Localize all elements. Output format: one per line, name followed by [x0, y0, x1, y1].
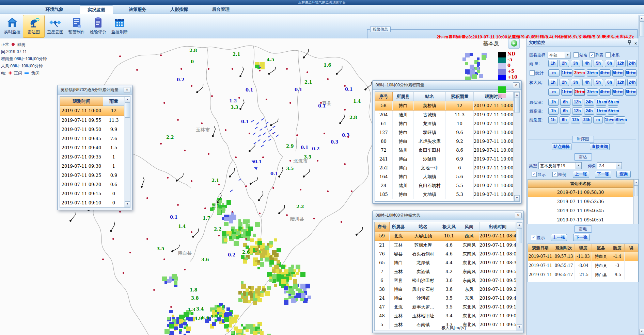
button-6h+m[interactable]: 6h+m — [616, 116, 625, 123]
column-header[interactable]: 极大风 — [439, 222, 459, 231]
button-1h+m[interactable]: 1h+m — [604, 116, 614, 123]
table-row[interactable]: 47北流新丰大罗...3.5东北风2019-07-11 09:12 — [375, 303, 522, 312]
button-6h+m[interactable]: 6h+m — [608, 99, 618, 106]
column-header[interactable]: 风向 — [459, 222, 480, 231]
column-header[interactable]: 陡度 — [610, 244, 625, 252]
checkbox-水系[interactable] — [606, 52, 611, 57]
button-上一张[interactable]: 上一张 — [551, 234, 567, 241]
button-6h+m[interactable]: 6h+m — [608, 107, 618, 115]
column-header[interactable]: 累积雨量 — [446, 92, 474, 101]
button-上一张[interactable]: 上一张 — [573, 171, 589, 178]
close-icon[interactable]: ✕ — [513, 82, 520, 88]
table-row[interactable]: 38博白凤山立石村3.6东风2019-07-11 09:26 — [375, 285, 522, 294]
button-m[interactable]: m — [593, 116, 603, 123]
tool-雷达图[interactable]: 雷达图 — [23, 15, 45, 38]
button-12h[interactable]: 12h — [572, 99, 582, 106]
button-下一张[interactable]: 下一张 — [595, 171, 611, 178]
button-5h[interactable]: 5h — [594, 60, 603, 67]
button-24h[interactable]: 24h — [627, 60, 637, 67]
button-1h+m[interactable]: 1h+m — [596, 99, 606, 106]
menu-tab-实况监测[interactable]: 实况监测 — [80, 5, 113, 14]
button-6h+m[interactable]: 6h+m — [625, 88, 637, 96]
checkbox-图例[interactable]: ✓ — [552, 172, 557, 177]
table-row[interactable]: 2019-07-11 09:401.5 — [60, 143, 130, 152]
table-row[interactable]: 24博白沙河镇3.5东风2019-07-11 09:46 — [375, 294, 522, 303]
button-2h+m[interactable]: 2h+m — [574, 88, 585, 96]
table-scrollbar[interactable]: ▲▼ — [124, 97, 130, 207]
table-row[interactable]: 204陆川古城镇11.32019-07-11 10:00 — [375, 111, 520, 119]
table-scrollbar[interactable]: ▲▼ — [516, 222, 522, 331]
button-3h+m[interactable]: 3h+m — [587, 88, 598, 96]
table-row[interactable]: 2019-07-11 09:457.6 — [60, 134, 130, 143]
scroll-up-icon[interactable]: ▲ — [517, 222, 522, 228]
column-header[interactable]: 观测时次 — [553, 244, 575, 252]
table-row[interactable]: 72陆川良田车田村8.62019-07-11 10:00 — [375, 146, 520, 155]
button-4h[interactable]: 4h — [582, 79, 592, 86]
table-row[interactable]: 58博白英桥镇122019-07-11 10:00 — [375, 101, 520, 111]
button-1h+m[interactable]: 1h+m — [561, 88, 572, 96]
button-12h[interactable]: 12h — [616, 79, 626, 86]
tool-卫星云图[interactable]: 卫星云图 — [44, 15, 66, 38]
table-row[interactable]: 2019-07-1109:55:17-8.04博白县-3 — [528, 261, 638, 270]
table-row[interactable]: 185博白文地镇5.32019-07-11 10:00 — [375, 190, 520, 199]
table-row[interactable]: 2019-07-1109:57:13-11.03博白县-1.4 — [528, 252, 638, 261]
table-row[interactable]: 2019-07-1109:55:17-21.5博白县-9.5 — [528, 270, 638, 280]
vertical-scrollbar[interactable]: ▲ ▼ — [639, 15, 644, 335]
button-24h[interactable]: 24h — [627, 79, 637, 86]
table-row[interactable]: 241博白沙陂镇6.92019-07-11 10:00 — [375, 155, 520, 164]
checkbox-显示[interactable]: ✓ — [531, 235, 536, 240]
scroll-down-icon[interactable]: ▼ — [517, 324, 522, 330]
district-dropdown[interactable]: 全部▼ — [548, 52, 571, 58]
button-1h[interactable]: 1h — [548, 60, 558, 67]
column-header[interactable]: 观测时间 — [60, 97, 103, 106]
radar-image-row[interactable]: 2019-07-11 09:46:45 — [528, 206, 638, 215]
button-6h[interactable]: 6h — [560, 116, 569, 123]
table-row[interactable]: 164博白大垌镇5.62019-07-11 10:00 — [375, 172, 520, 181]
button-查询[interactable]: 查询 — [616, 171, 631, 178]
column-header[interactable]: 站名 — [407, 222, 439, 231]
column-header[interactable]: 强度 — [575, 244, 592, 252]
scroll-down-icon[interactable]: ▼ — [514, 195, 520, 201]
scroll-up-icon[interactable]: ▲ — [125, 97, 130, 103]
button-m[interactable]: m — [548, 88, 560, 96]
column-header[interactable]: 序号 — [375, 222, 390, 231]
menu-tab-后台管理[interactable]: 后台管理 — [204, 5, 237, 13]
table-row[interactable]: 65博白龙潭镇4.4东北风2019-07-11 08:34 — [375, 258, 522, 267]
table-row[interactable]: 61博白龙潭镇102019-07-11 10:00 — [375, 119, 520, 128]
button-6h[interactable]: 6h — [560, 99, 570, 106]
column-header[interactable]: 站名 — [414, 92, 446, 101]
table-row[interactable]: 24陆川良田石垌村5.52019-07-11 10:00 — [375, 181, 520, 190]
column-header[interactable]: 误 — [625, 244, 638, 252]
button-1h+m[interactable]: 1h+m — [596, 107, 606, 115]
tool-检验评分[interactable]: 检验评分 — [87, 15, 109, 38]
button-2h[interactable]: 2h — [560, 60, 569, 67]
table-row[interactable]: 80博白老虎头水库9.22019-07-11 10:00 — [375, 137, 520, 146]
button-1h[interactable]: 1h — [548, 107, 559, 115]
button-24h[interactable]: 24h — [584, 107, 594, 115]
menu-tab-决策服务[interactable]: 决策服务 — [121, 5, 154, 13]
menu-tab-人影指挥[interactable]: 人影指挥 — [163, 5, 195, 13]
close-icon[interactable]: ✕ — [124, 87, 130, 93]
button-3h+m[interactable]: 3h+m — [587, 69, 598, 77]
checkbox-统计[interactable] — [530, 70, 535, 76]
scroll-down-icon[interactable]: ▼ — [125, 201, 130, 207]
button-m[interactable]: m — [548, 69, 560, 77]
radar-image-row[interactable]: 2019-07-11 09:52:36 — [528, 197, 638, 206]
scrollbar-thumb[interactable] — [517, 228, 522, 243]
radar-elevation-dropdown[interactable]: 2.4▼ — [597, 162, 622, 169]
checkbox-站名[interactable] — [574, 52, 579, 57]
tool-实时监控[interactable]: 实时监控 — [1, 15, 23, 38]
tool-预警制作[interactable]: 预警制作 — [66, 15, 88, 38]
table-row[interactable]: 2019-07-11 09:351 — [60, 152, 130, 162]
checkbox-列表[interactable]: ✓ — [590, 52, 595, 57]
close-icon[interactable]: ✕ — [515, 213, 522, 218]
table-row[interactable]: 6容县松山沙田村3.6东南风2019-07-11 09:59 — [375, 276, 522, 285]
pin-icon[interactable] — [627, 40, 631, 45]
table-row[interactable]: 48玉林玉林站旧址3.4东北风2019-07-11 09:09 — [375, 312, 522, 320]
list-scrollbar[interactable]: ▲ — [633, 180, 638, 224]
column-header[interactable]: 观测日期 — [528, 244, 553, 252]
button-直接查询[interactable]: 直接查询 — [590, 143, 610, 150]
column-header[interactable]: 所属县 — [393, 92, 414, 101]
table-row[interactable]: 2019-07-11 09:5511.3 — [60, 116, 130, 125]
table-row[interactable]: 252博白文地一中62019-07-11 10:00 — [375, 164, 520, 172]
